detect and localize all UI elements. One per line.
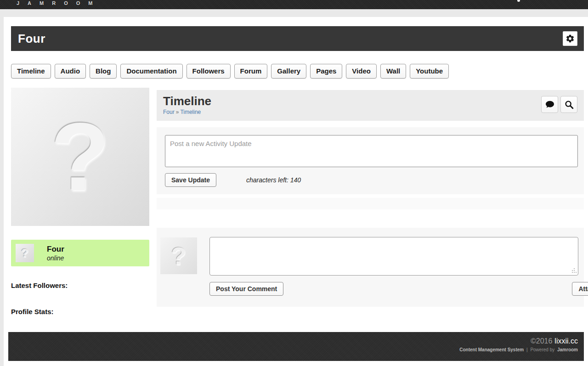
attach-wrap: Attach File <box>572 282 588 296</box>
footer-jamroom-link[interactable]: Jamroom <box>557 347 578 352</box>
question-mark-icon: ? <box>21 246 28 260</box>
commenter-avatar: ? <box>160 237 197 274</box>
page-footer: ©2016lixxii.cc Content Management System… <box>8 332 584 361</box>
activity-form-actions: Save Update characters left: 140 <box>165 173 578 187</box>
timeline-header: Timeline Four»Timeline <box>157 90 584 121</box>
resize-handle-icon[interactable] <box>576 272 577 273</box>
latest-followers-heading: Latest Followers: <box>11 282 149 289</box>
tab-video[interactable]: Video <box>346 64 377 79</box>
breadcrumb: Four»Timeline <box>163 109 211 115</box>
characters-left-counter: characters left: 140 <box>246 176 301 184</box>
tab-pages[interactable]: Pages <box>310 64 342 79</box>
tab-timeline[interactable]: Timeline <box>11 64 51 79</box>
question-mark-icon: ? <box>171 242 187 270</box>
comment-box-wrap <box>209 237 578 276</box>
breadcrumb-current-link[interactable]: Timeline <box>180 109 201 115</box>
profile-tabs: Timeline Audio Blog Documentation Follow… <box>11 64 588 79</box>
tab-blog[interactable]: Blog <box>90 64 117 79</box>
comment-form-actions: Post Your Comment Attach File <box>209 282 578 296</box>
empty-activity-row <box>157 198 584 209</box>
breadcrumb-separator: » <box>176 109 179 115</box>
gear-icon <box>565 34 575 43</box>
page-container: Four Timeline Audio Blog Documentation F… <box>4 17 588 366</box>
comment-input[interactable] <box>209 237 578 276</box>
tab-documentation[interactable]: Documentation <box>120 64 182 79</box>
save-update-button[interactable]: Save Update <box>165 173 216 187</box>
profile-settings-button[interactable] <box>563 31 577 46</box>
search-button[interactable] <box>560 96 577 113</box>
tab-youtube[interactable]: Youtube <box>410 64 449 79</box>
tab-wall[interactable]: Wall <box>380 64 406 79</box>
page-title: Timeline <box>163 95 211 107</box>
footer-powered-line: Content Management System | Powered by J… <box>8 347 578 352</box>
footer-copyright-line: ©2016lixxii.cc <box>8 337 578 345</box>
timeline-header-actions <box>541 96 577 113</box>
breadcrumb-parent-link[interactable]: Four <box>163 109 175 115</box>
profile-stats-heading: Profile Stats: <box>11 308 149 315</box>
profile-header-bar: Four <box>11 26 584 51</box>
footer-powered-by: Powered by <box>530 347 554 352</box>
footer-cms-link[interactable]: Content Management System <box>459 347 524 352</box>
tab-followers[interactable]: Followers <box>187 64 231 79</box>
attach-file-button[interactable]: Attach File <box>572 282 588 296</box>
profile-title: Four <box>18 32 45 46</box>
search-icon <box>564 100 574 110</box>
comment-form: ? Post Your Comment Attach File <box>157 228 584 307</box>
activity-update-input[interactable] <box>165 135 578 167</box>
online-card-name: Four <box>47 245 64 254</box>
tab-gallery[interactable]: Gallery <box>271 64 306 79</box>
activity-update-form: Save Update characters left: 140 <box>157 127 584 194</box>
tab-audio[interactable]: Audio <box>55 64 86 79</box>
comments-button[interactable] <box>541 96 558 113</box>
avatar: ? <box>16 244 34 262</box>
online-status-card[interactable]: ? Four online <box>11 240 149 266</box>
profile-image-placeholder: ? <box>11 88 149 226</box>
top-navbar: JAMROOM <box>0 0 588 9</box>
content-column: Timeline Four»Timeline <box>157 90 584 315</box>
online-status-badge: online <box>47 254 64 262</box>
tab-forum[interactable]: Forum <box>234 64 268 79</box>
jamroom-logo[interactable]: JAMROOM <box>17 0 101 6</box>
footer-site-name: lixxii.cc <box>554 337 578 345</box>
profile-sidebar: ? ? Four online Latest Followers: Profil… <box>11 88 149 315</box>
post-comment-button[interactable]: Post Your Comment <box>209 282 283 296</box>
timeline-heading-block: Timeline Four»Timeline <box>163 95 211 115</box>
footer-divider: | <box>526 347 528 352</box>
online-card-text: Four online <box>47 245 64 262</box>
topbar-indicator-dot <box>517 0 520 2</box>
footer-copyright-year: ©2016 <box>531 337 552 345</box>
main-area: ? ? Four online Latest Followers: Profil… <box>11 88 588 315</box>
speech-bubble-icon <box>545 100 555 110</box>
comment-form-main: Post Your Comment Attach File <box>209 237 578 296</box>
question-mark-icon: ? <box>51 109 109 205</box>
